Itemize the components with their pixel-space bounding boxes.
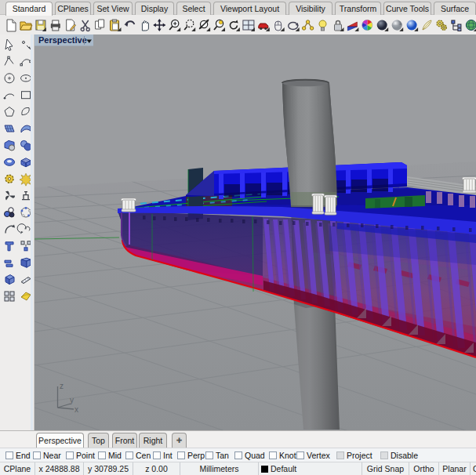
svg-text:Perspective: Perspective [38,35,87,45]
svg-text:y: y [70,396,74,404]
svg-text:z: z [60,382,64,390]
svg-text:x: x [74,405,78,414]
